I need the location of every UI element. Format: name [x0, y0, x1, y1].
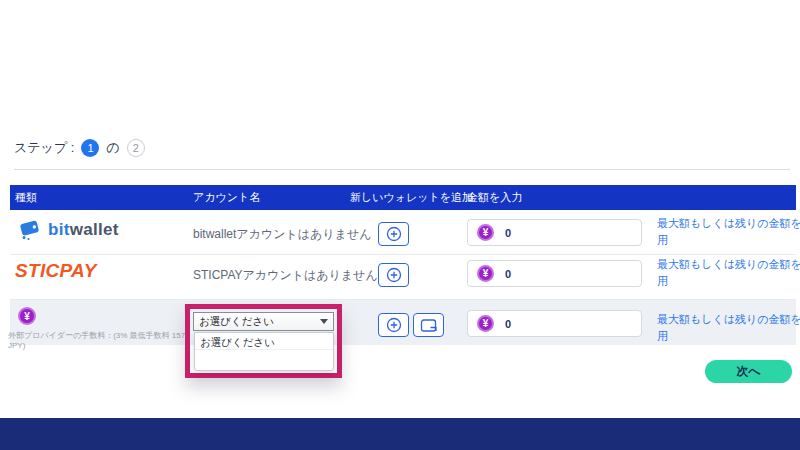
footer-bar [0, 418, 800, 450]
add-bitwallet-button[interactable] [378, 222, 409, 246]
wallet-select-dropdown: お選びください [194, 332, 334, 371]
wallet-select[interactable]: お選びください [193, 312, 334, 331]
wallet-button[interactable] [413, 313, 444, 337]
sticpay-logo: STICPAY [15, 260, 97, 282]
use-max-link[interactable]: 最大額もしくは残りの金額を使用 [657, 256, 800, 290]
step-2-badge: 2 [127, 139, 145, 157]
add-provider-button[interactable] [378, 313, 409, 337]
bitwallet-icon [18, 218, 44, 242]
table-header: 種類 アカウント名 新しいウォレットを追加 金額を入力 [10, 185, 796, 210]
yen-badge: ¥ [477, 315, 494, 332]
step-1-badge: 1 [81, 139, 99, 157]
provider-fee-note: 外部プロバイダーの手数料：(3% 最低手数料 1570 JPY) [8, 330, 193, 350]
header-type: 種類 [15, 185, 37, 210]
use-max-link[interactable]: 最大額もしくは残りの金額を使用 [657, 311, 800, 345]
wallet-icon [420, 318, 438, 333]
dropdown-option[interactable]: お選びください [195, 333, 333, 350]
sticpay-account-status: STICPAYアカウントはありません [193, 267, 378, 284]
use-max-link[interactable]: 最大額もしくは残りの金額を使用 [657, 215, 800, 249]
yen-badge: ¥ [477, 224, 494, 241]
plus-circle-icon [386, 226, 402, 242]
withdrawal-page: ステップ : 1 の 2 種類 アカウント名 新しいウォレットを追加 金額を入力… [0, 0, 800, 450]
row-separator [10, 254, 796, 255]
chevron-down-icon [320, 319, 328, 324]
provider-amount-field: ¥ [467, 310, 642, 337]
sticpay-amount-field: ¥ [467, 260, 642, 287]
header-add-wallet: 新しいウォレットを追加 [350, 185, 473, 210]
wallet-select-value: お選びください [199, 315, 320, 329]
header-enter-amount: 金額を入力 [467, 185, 522, 210]
header-account-name: アカウント名 [193, 185, 260, 210]
section-divider [14, 169, 790, 170]
plus-circle-icon [386, 317, 402, 333]
bitwallet-logo: bitwallet [18, 218, 119, 242]
step-label: ステップ : [14, 139, 74, 157]
bitwallet-amount-field: ¥ [467, 219, 642, 246]
next-button[interactable]: 次へ [705, 360, 792, 383]
step-separator: の [106, 139, 119, 157]
step-indicator: ステップ : 1 の 2 [14, 139, 145, 157]
provider-amount-input[interactable] [505, 318, 615, 330]
bitwallet-wordmark: bitwallet [48, 220, 119, 240]
dropdown-option-empty[interactable] [195, 350, 333, 370]
sticpay-amount-input[interactable] [505, 268, 615, 280]
yen-provider-icon: ¥ [18, 307, 36, 325]
add-sticpay-button[interactable] [378, 263, 409, 287]
bitwallet-amount-input[interactable] [505, 227, 615, 239]
yen-badge: ¥ [477, 265, 494, 282]
plus-circle-icon [386, 267, 402, 283]
bitwallet-account-status: bitwalletアカウントはありません [193, 226, 371, 243]
